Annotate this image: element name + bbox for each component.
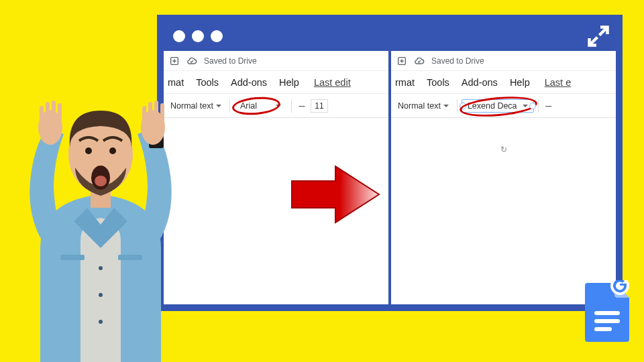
font-size-input[interactable]: 11 (311, 99, 328, 113)
svg-point-25 (99, 320, 103, 324)
font-family-dropdown[interactable]: Arial (234, 99, 287, 113)
menu-help[interactable]: Help (510, 77, 530, 88)
drive-status-row: Saved to Drive (164, 51, 388, 71)
drive-status-label: Saved to Drive (204, 56, 257, 66)
svg-rect-3 (594, 319, 620, 323)
menu-tools[interactable]: Tools (196, 77, 219, 88)
chevron-down-icon (523, 105, 528, 107)
expand-icon[interactable] (586, 24, 610, 48)
font-family-dropdown[interactable]: Lexend Deca (462, 99, 534, 113)
svg-rect-16 (58, 103, 62, 125)
svg-rect-15 (52, 101, 56, 126)
menu-bar: mat Tools Add-ons Help Last edit (164, 71, 388, 94)
toolbar-divider (229, 99, 230, 113)
svg-rect-14 (46, 102, 50, 126)
toolbar-divider (538, 99, 539, 113)
window-dot[interactable] (173, 30, 185, 42)
svg-rect-2 (594, 311, 620, 315)
window-dot[interactable] (192, 30, 204, 42)
chevron-down-icon (276, 105, 281, 107)
insert-icon[interactable] (169, 56, 180, 66)
svg-point-24 (99, 293, 103, 297)
cloud-saved-icon (186, 56, 197, 66)
svg-rect-26 (60, 255, 85, 260)
font-family-label: Lexend Deca (468, 101, 517, 111)
refresh-icon: ↻ (500, 145, 507, 154)
menu-help[interactable]: Help (279, 77, 299, 88)
svg-rect-19 (142, 106, 146, 126)
paragraph-style-dropdown[interactable]: Normal text (394, 100, 453, 112)
pane-before: Saved to Drive mat Tools Add-ons Help La… (164, 51, 388, 304)
menu-addons[interactable]: Add-ons (231, 77, 267, 88)
svg-point-9 (109, 147, 116, 154)
browser-window: Saved to Drive mat Tools Add-ons Help La… (157, 15, 623, 311)
menu-addons[interactable]: Add-ons (462, 77, 498, 88)
toolbar: Normal text Arial – 11 (164, 94, 388, 118)
toolbar-divider (291, 99, 292, 113)
svg-rect-27 (118, 255, 142, 260)
svg-rect-6 (91, 181, 111, 208)
svg-point-12 (38, 110, 62, 145)
svg-point-11 (95, 176, 107, 186)
drive-status-label: Saved to Drive (431, 56, 484, 66)
svg-point-7 (68, 115, 133, 193)
pane-after: Saved to Drive rmat Tools Add-ons Help L… (388, 51, 616, 304)
drive-status-row: Saved to Drive (391, 51, 616, 71)
menu-format-fragment[interactable]: rmat (395, 77, 415, 88)
toolbar-divider (457, 99, 458, 113)
font-size-decrease-button[interactable]: – (543, 100, 555, 112)
google-docs-logo (585, 280, 632, 342)
menu-format-fragment[interactable]: mat (168, 77, 184, 88)
svg-point-8 (85, 147, 92, 154)
svg-rect-4 (594, 327, 612, 331)
insert-icon[interactable] (396, 56, 407, 66)
svg-rect-13 (40, 106, 44, 126)
font-family-label: Arial (240, 101, 257, 111)
paragraph-style-label: Normal text (398, 101, 441, 111)
svg-point-23 (99, 266, 103, 270)
window-titlebar (164, 21, 616, 51)
chevron-down-icon (216, 105, 221, 107)
last-edit-link[interactable]: Last e (545, 77, 572, 88)
last-edit-link[interactable]: Last edit (314, 77, 351, 88)
paragraph-style-dropdown[interactable]: Normal text (166, 100, 225, 112)
cloud-saved-icon (414, 56, 425, 66)
menu-bar: rmat Tools Add-ons Help Last e (391, 71, 616, 94)
chevron-down-icon (443, 105, 449, 107)
menu-tools[interactable]: Tools (427, 77, 449, 88)
svg-point-10 (91, 166, 110, 190)
svg-rect-20 (148, 102, 152, 126)
window-dot[interactable] (211, 30, 223, 42)
paragraph-style-label: Normal text (170, 101, 213, 111)
font-size-decrease-button[interactable]: – (296, 100, 308, 112)
toolbar: Normal text Lexend Deca – (391, 94, 616, 118)
pane-container: Saved to Drive mat Tools Add-ons Help La… (164, 51, 616, 304)
